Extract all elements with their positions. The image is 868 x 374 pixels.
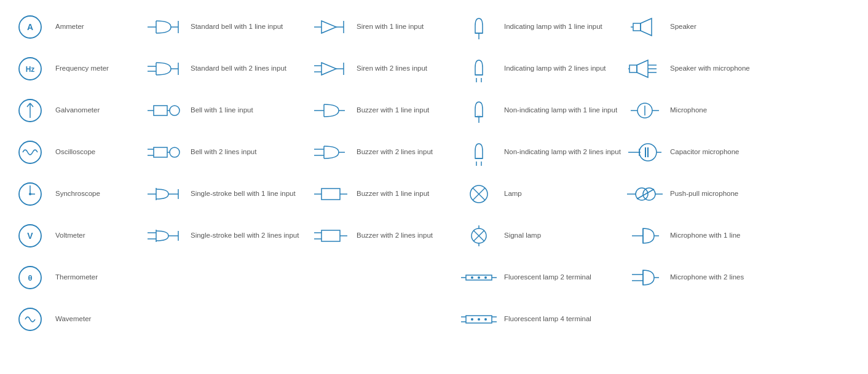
symbol-bell-1	[146, 97, 184, 124]
symbol-microphone	[626, 97, 664, 124]
item-oscilloscope: Oscilloscope	[9, 131, 144, 173]
label-fluor-lamp-2: Fluorescent lamp 2 terminal	[504, 273, 621, 282]
symbol-speaker	[626, 14, 664, 41]
symbol-synchroscope	[11, 181, 49, 208]
item-single-stroke-bell-1: Single-stroke bell with 1 line input	[144, 173, 310, 215]
label-ind-lamp-2: Indicating lamp with 2 lines input	[504, 64, 621, 74]
label-frequency: Frequency meter	[55, 64, 141, 74]
item-fluor-lamp-4: Fluorescent lamp 4 terminal	[457, 298, 623, 340]
svg-rect-104	[629, 65, 637, 72]
label-wavemeter: Wavemeter	[55, 314, 141, 324]
symbol-std-bell-1	[146, 14, 184, 41]
label-buzzer-1: Buzzer with 1 line input	[357, 106, 455, 115]
item-fluor-lamp-2: Fluorescent lamp 2 terminal	[457, 257, 623, 298]
item-bell-2: Bell with 2 lines input	[144, 131, 310, 173]
label-speaker: Speaker	[670, 22, 811, 32]
label-push-pull-mic: Push-pull microphone	[670, 189, 811, 199]
label-galvanometer: Galvanometer	[55, 106, 141, 115]
symbol-wavemeter	[11, 306, 49, 333]
symbol-buzzer-1	[312, 97, 350, 124]
item-frequency: Hz Frequency meter	[9, 48, 144, 90]
label-single-stroke-bell-1: Single-stroke bell with 1 line input	[191, 189, 307, 199]
svg-rect-75	[477, 115, 481, 118]
label-microphone: Microphone	[670, 106, 811, 115]
symbol-fluor-lamp-2	[460, 264, 498, 291]
svg-line-126	[637, 189, 654, 199]
svg-point-100	[484, 318, 487, 321]
symbol-single-stroke-bell-2	[146, 222, 184, 249]
item-buzzer-box-2: Buzzer with 2 lines input	[310, 215, 457, 257]
svg-point-12	[29, 193, 31, 195]
label-voltmeter: Voltmeter	[55, 231, 141, 241]
item-ind-lamp-1: Indicating lamp with 1 line input	[457, 6, 623, 48]
label-buzzer-2: Buzzer with 2 lines input	[357, 147, 455, 157]
item-voltmeter: V Voltmeter	[9, 215, 144, 257]
label-synchroscope: Synchroscope	[55, 189, 141, 199]
svg-point-34	[170, 147, 180, 157]
symbol-siren-1	[312, 14, 350, 41]
item-thermometer: θ Thermometer	[9, 257, 144, 298]
symbol-signal-lamp	[460, 222, 498, 249]
item-speaker: Speaker	[623, 6, 814, 48]
symbol-ind-lamp-1	[460, 14, 498, 41]
svg-point-99	[478, 318, 480, 321]
svg-rect-62	[322, 189, 340, 200]
label-std-bell-1: Standard bell with 1 line input	[191, 22, 307, 32]
symbol-galvanometer	[11, 97, 49, 124]
symbol-buzzer-box-2	[312, 222, 350, 249]
symbol-single-stroke-bell-1	[146, 181, 184, 208]
label-oscilloscope: Oscilloscope	[55, 147, 141, 157]
label-bell-1: Bell with 1 line input	[191, 106, 307, 115]
label-speaker-mic: Speaker with microphone	[670, 64, 811, 74]
column-meters: A Ammeter Hz Frequency meter	[9, 6, 144, 340]
item-buzzer-1: Buzzer with 1 line input	[310, 90, 457, 131]
symbol-mic-1	[626, 222, 664, 249]
symbol-std-bell-2	[146, 55, 184, 82]
item-siren-1: Siren with 1 line input	[310, 6, 457, 48]
label-capacitor-mic: Capacitor microphone	[670, 147, 811, 157]
svg-point-29	[170, 106, 180, 115]
item-push-pull-mic: Push-pull microphone	[623, 173, 814, 215]
main-grid: A Ammeter Hz Frequency meter	[9, 6, 859, 340]
item-synchroscope: Synchroscope	[9, 173, 144, 215]
label-ammeter: Ammeter	[55, 22, 141, 32]
symbol-buzzer-2	[312, 139, 350, 166]
label-non-ind-lamp-2: Non-indicating lamp with 2 lines input	[504, 147, 621, 157]
item-mic-1: Microphone with 1 line	[623, 215, 814, 257]
item-wavemeter: Wavemeter	[9, 298, 144, 340]
label-ind-lamp-1: Indicating lamp with 1 line input	[504, 22, 621, 32]
column-bells: Standard bell with 1 line input Standard…	[144, 6, 310, 340]
item-siren-2: Siren with 2 lines input	[310, 48, 457, 90]
symbol-siren-2	[312, 55, 350, 82]
svg-text:θ: θ	[28, 273, 32, 282]
item-ind-lamp-2: Indicating lamp with 2 lines input	[457, 48, 623, 90]
item-non-ind-lamp-2: Non-indicating lamp with 2 lines input	[457, 131, 623, 173]
svg-rect-66	[322, 230, 340, 241]
svg-point-92	[484, 276, 487, 279]
item-mic-2: Microphone with 2 lines	[623, 257, 814, 298]
item-capacitor-mic: Capacitor microphone	[623, 131, 814, 173]
symbol-fluor-lamp-4	[460, 306, 498, 333]
item-buzzer-2: Buzzer with 2 lines input	[310, 131, 457, 173]
item-ammeter: A Ammeter	[9, 6, 144, 48]
item-non-ind-lamp-1: Non-indicating lamp with 1 line input	[457, 90, 623, 131]
label-std-bell-2: Standard bell with 2 lines input	[191, 64, 307, 74]
symbol-mic-2	[626, 264, 664, 291]
label-fluor-lamp-4: Fluorescent lamp 4 terminal	[504, 314, 621, 324]
label-mic-2: Microphone with 2 lines	[670, 273, 811, 282]
symbol-push-pull-mic	[626, 181, 664, 208]
label-bell-2: Bell with 2 lines input	[191, 147, 307, 157]
label-siren-2: Siren with 2 lines input	[357, 64, 455, 74]
item-microphone: Microphone	[623, 90, 814, 131]
item-std-bell-1: Standard bell with 1 line input	[144, 6, 310, 48]
svg-marker-46	[322, 21, 336, 33]
svg-marker-51	[322, 63, 336, 75]
symbol-frequency: Hz	[11, 55, 49, 82]
column-speakers: Speaker Speaker with microphone	[623, 6, 814, 340]
label-siren-1: Siren with 1 line input	[357, 22, 455, 32]
column-lamps: Indicating lamp with 1 line input Indica…	[457, 6, 623, 340]
item-speaker-mic: Speaker with microphone	[623, 48, 814, 90]
svg-point-98	[471, 318, 473, 321]
label-mic-1: Microphone with 1 line	[670, 231, 811, 241]
symbol-buzzer-box-1	[312, 181, 350, 208]
